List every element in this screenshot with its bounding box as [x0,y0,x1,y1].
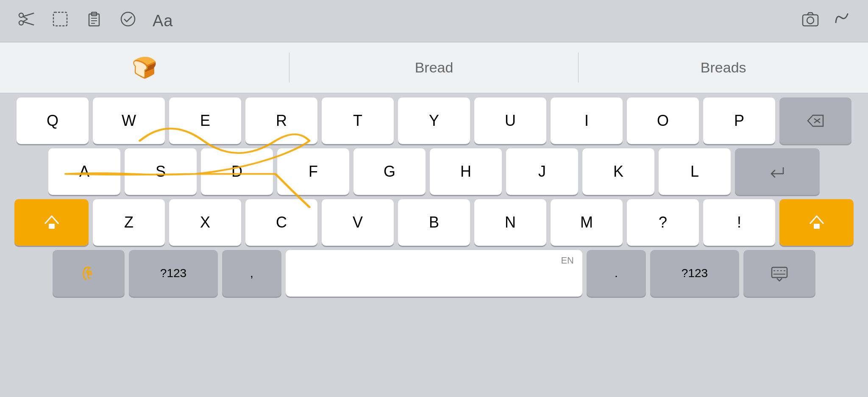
key-d[interactable]: D [201,148,273,195]
keyboard-hide-key[interactable] [743,250,815,297]
key-k[interactable]: K [582,148,654,195]
svg-line-3 [23,22,34,25]
key-z[interactable]: Z [93,199,165,246]
key-row-1: Q W E R T Y U I O P [3,97,865,144]
svg-line-4 [23,17,28,19]
clipboard-icon[interactable] [85,10,103,32]
num-key-right[interactable]: ?123 [650,250,739,297]
lang-label: EN [561,255,574,266]
key-j[interactable]: J [506,148,578,195]
key-v[interactable]: V [322,199,394,246]
keyboard: Q W E R T Y U I O P A S D F G H J K L [0,93,868,301]
key-n[interactable]: N [474,199,546,246]
comma-key[interactable]: , [222,250,281,297]
svg-line-5 [23,19,28,22]
svg-rect-19 [772,267,787,278]
key-f[interactable]: F [277,148,349,195]
backspace-key[interactable] [779,97,851,144]
key-a[interactable]: A [48,148,120,195]
svg-rect-18 [814,224,820,229]
svg-rect-17 [49,224,55,229]
key-w[interactable]: W [93,97,165,144]
key-c[interactable]: C [245,199,317,246]
autocomplete-breads[interactable]: Breads [579,42,868,93]
key-q[interactable]: Q [17,97,89,144]
gesture-icon[interactable] [832,10,851,32]
svg-line-2 [23,13,34,17]
key-p[interactable]: P [703,97,775,144]
svg-point-1 [19,21,23,25]
space-key[interactable]: EN [286,250,582,297]
svg-rect-6 [53,12,67,26]
camera-icon[interactable] [801,10,820,32]
key-s[interactable]: S [125,148,197,195]
enter-key[interactable] [735,148,820,195]
svg-point-12 [121,12,135,26]
key-question[interactable]: ? [627,199,699,246]
period-key[interactable]: . [587,250,646,297]
key-m[interactable]: M [551,199,623,246]
num-key-left[interactable]: ?123 [129,250,218,297]
key-row-bottom: ?123 , EN . ?123 [3,250,865,301]
toolbar: Aa [0,0,868,42]
key-e[interactable]: E [169,97,241,144]
key-row-3: Z X C V B N M ? ! [3,199,865,246]
svg-point-14 [807,17,814,24]
key-u[interactable]: U [474,97,546,144]
key-t[interactable]: T [322,97,394,144]
swipe-key[interactable] [53,250,125,297]
svg-point-0 [19,13,23,17]
key-b[interactable]: B [398,199,470,246]
key-exclaim[interactable]: ! [703,199,775,246]
shift-left-key[interactable] [14,199,89,246]
key-h[interactable]: H [430,148,502,195]
key-row-2: A S D F G H J K L [3,148,865,195]
autocomplete-bread[interactable]: Bread [289,42,579,93]
key-y[interactable]: Y [398,97,470,144]
key-o[interactable]: O [627,97,699,144]
key-l[interactable]: L [659,148,731,195]
check-icon[interactable] [119,10,137,32]
toolbar-right [801,10,851,32]
format-text-icon[interactable]: Aa [153,12,173,30]
toolbar-left: Aa [17,10,801,32]
key-i[interactable]: I [551,97,623,144]
key-x[interactable]: X [169,199,241,246]
key-g[interactable]: G [353,148,426,195]
select-icon[interactable] [51,10,70,32]
scissors-icon[interactable] [17,10,36,32]
key-r[interactable]: R [245,97,317,144]
autocomplete-bar: 🍞 Bread Breads [0,42,868,93]
autocomplete-emoji[interactable]: 🍞 [0,42,289,93]
shift-right-key[interactable] [779,199,854,246]
